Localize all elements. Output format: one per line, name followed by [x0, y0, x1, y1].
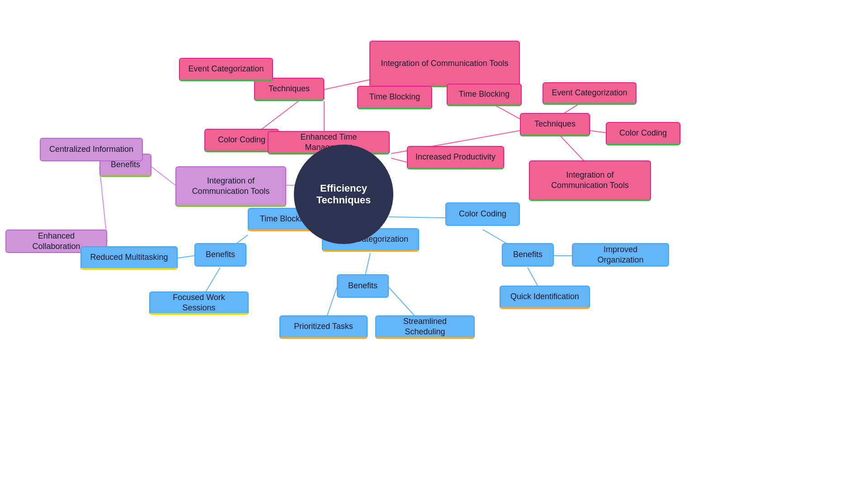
time-blocking-right-label: Time Blocking [459, 89, 509, 99]
centralized-info-node[interactable]: Centralized Information [40, 138, 143, 161]
event-cat-right-node[interactable]: Event Categorization [542, 82, 637, 105]
streamlined-sched-label: Streamlined Scheduling [383, 316, 467, 338]
color-coding-top-label: Color Coding [218, 135, 265, 145]
techniques-right-label: Techniques [534, 119, 576, 129]
color-coding-blue-label: Color Coding [459, 209, 506, 219]
center-label: Efficiency Techniques [294, 183, 393, 206]
centralized-info-label: Centralized Information [49, 144, 133, 155]
benefits-blue-mid-label: Benefits [348, 281, 377, 291]
event-cat-right-label: Event Categorization [552, 88, 627, 98]
increased-prod-node[interactable]: Increased Productivity [407, 146, 504, 169]
color-coding-right-node[interactable]: Color Coding [606, 122, 680, 145]
svg-line-24 [389, 217, 445, 218]
reduced-multi-label: Reduced Multitasking [90, 252, 168, 263]
benefits-blue-right-label: Benefits [513, 249, 542, 260]
increased-prod-label: Increased Productivity [415, 152, 495, 162]
svg-line-7 [151, 167, 175, 185]
benefits-blue-right-node[interactable]: Benefits [502, 243, 554, 267]
integration-right-label: Integration of Communication Tools [537, 170, 643, 191]
svg-line-10 [391, 158, 407, 162]
benefits-blue-left-node[interactable]: Benefits [194, 243, 246, 267]
svg-line-18 [178, 256, 194, 258]
techniques-pink-label: Techniques [269, 84, 310, 94]
time-blocking-top-label: Time Blocking [369, 92, 420, 102]
integration-left-node[interactable]: Integration of Communication Tools [175, 166, 286, 207]
focused-work-node[interactable]: Focused Work Sessions [149, 291, 249, 315]
time-blocking-right-node[interactable]: Time Blocking [447, 84, 522, 106]
improved-org-node[interactable]: Improved Organization [572, 243, 669, 267]
reduced-multi-node[interactable]: Reduced Multitasking [80, 246, 178, 270]
event-cat-top-node[interactable]: Event Categorization [179, 58, 273, 81]
integration-top-label: Integration of Communication Tools [381, 58, 509, 69]
center-node: Efficiency Techniques [294, 145, 393, 244]
improved-org-label: Improved Organization [580, 244, 661, 266]
streamlined-sched-node[interactable]: Streamlined Scheduling [375, 315, 475, 339]
techniques-right-node[interactable]: Techniques [520, 113, 590, 136]
benefits-blue-left-label: Benefits [206, 249, 235, 260]
focused-work-label: Focused Work Sessions [157, 292, 241, 314]
event-cat-top-label: Event Categorization [188, 64, 264, 74]
benefits-blue-mid-node[interactable]: Benefits [337, 274, 389, 298]
color-coding-blue-node[interactable]: Color Coding [445, 202, 520, 226]
prioritized-tasks-node[interactable]: Prioritized Tasks [279, 315, 368, 339]
prioritized-tasks-label: Prioritized Tasks [294, 321, 353, 332]
time-blocking-top-node[interactable]: Time Blocking [357, 86, 432, 109]
integration-right-node[interactable]: Integration of Communication Tools [529, 160, 651, 201]
color-coding-right-label: Color Coding [619, 128, 667, 138]
integration-left-label: Integration of Communication Tools [184, 176, 278, 197]
quick-id-label: Quick Identification [510, 291, 579, 302]
integration-top-node[interactable]: Integration of Communication Tools [369, 41, 520, 87]
quick-id-node[interactable]: Quick Identification [500, 286, 590, 309]
